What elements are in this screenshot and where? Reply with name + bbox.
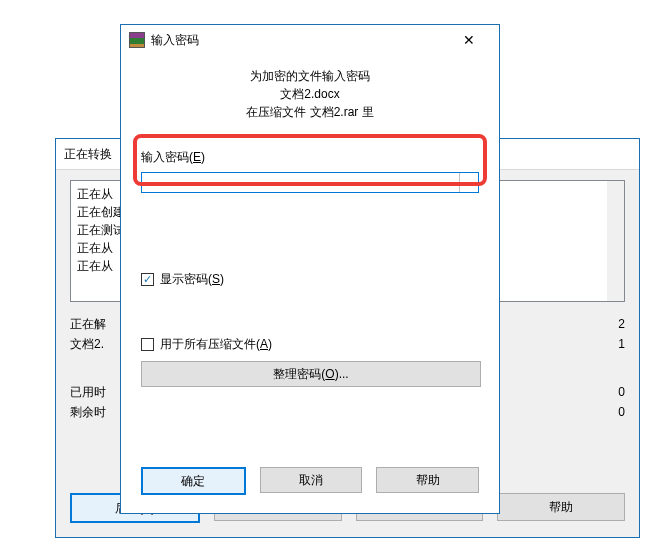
password-combobox[interactable]: ⌄ — [141, 172, 479, 193]
password-message: 为加密的文件输入密码 文档2.docx 在压缩文件 文档2.rar 里 — [141, 67, 479, 121]
password-titlebar[interactable]: 输入密码 ✕ — [121, 25, 499, 55]
password-body: 为加密的文件输入密码 文档2.docx 在压缩文件 文档2.rar 里 输入密码… — [121, 55, 499, 451]
app-icon — [129, 32, 145, 48]
help-button[interactable]: 帮助 — [497, 493, 625, 521]
ok-button[interactable]: 确定 — [141, 467, 246, 495]
stat-label: 已用时 — [70, 382, 106, 402]
all-archives-row: 用于所有压缩文件(A) — [141, 336, 479, 353]
all-archives-checkbox[interactable] — [141, 338, 154, 351]
progress-title: 正在转换 — [64, 146, 112, 163]
help-button[interactable]: 帮助 — [376, 467, 479, 493]
organize-passwords-button[interactable]: 整理密码(O)... — [141, 361, 481, 387]
dropdown-toggle[interactable]: ⌄ — [459, 173, 478, 192]
password-dialog: 输入密码 ✕ 为加密的文件输入密码 文档2.docx 在压缩文件 文档2.rar… — [120, 24, 500, 514]
show-password-row: 显示密码(S) — [141, 271, 479, 288]
scrollbar[interactable] — [607, 181, 624, 301]
password-input[interactable] — [142, 173, 459, 192]
msg-line: 文档2.docx — [141, 85, 479, 103]
password-title: 输入密码 — [151, 32, 447, 49]
stat-value: 1 — [618, 334, 625, 354]
cancel-button[interactable]: 取消 — [260, 467, 363, 493]
chevron-down-icon: ⌄ — [465, 177, 473, 188]
all-archives-label[interactable]: 用于所有压缩文件(A) — [160, 336, 272, 353]
close-icon: ✕ — [463, 32, 475, 48]
stat-label: 正在解 — [70, 314, 106, 334]
stat-value: 2 — [618, 314, 625, 334]
organize-row: 整理密码(O)... — [141, 361, 479, 387]
show-password-label[interactable]: 显示密码(S) — [160, 271, 224, 288]
close-button[interactable]: ✕ — [447, 25, 491, 55]
password-footer: 确定 取消 帮助 — [121, 451, 499, 513]
stat-value: 0 — [618, 382, 625, 402]
stat-label: 文档2. — [70, 334, 104, 354]
stat-label: 剩余时 — [70, 402, 106, 422]
password-input-label: 输入密码(E) — [141, 149, 479, 166]
msg-line: 为加密的文件输入密码 — [141, 67, 479, 85]
show-password-checkbox[interactable] — [141, 273, 154, 286]
msg-line: 在压缩文件 文档2.rar 里 — [141, 103, 479, 121]
stat-value: 0 — [618, 402, 625, 422]
